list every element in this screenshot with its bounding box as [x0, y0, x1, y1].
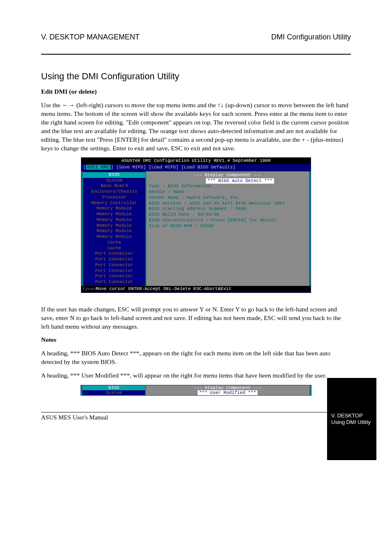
list-item: Memory Module [83, 212, 145, 217]
info-line: Handle : 0000 [149, 189, 307, 195]
mid-paragraph: If the user has made changes, ESC will p… [41, 305, 351, 331]
dmi-screenshot: ASUSTeK DMI Configuration Utility REV1.4… [81, 157, 311, 292]
list-item: Port Connector [83, 279, 145, 285]
bios-auto-detect-label: *** BIOS Auto Detect *** [206, 178, 274, 184]
strip-right-title: --- Display Component --- [148, 385, 308, 390]
notes-text-2: A heading, *** User Modified ***, will a… [41, 371, 351, 380]
list-item: System [83, 178, 145, 184]
header-left: V. DESKTOP MANAGEMENT [41, 33, 140, 41]
list-item: Cache [83, 240, 145, 246]
strip-left-dim: System [83, 390, 145, 395]
dos-left-list: BIOS System Base Board Enclosure/Chassis… [81, 171, 146, 286]
list-item: Memory Module [83, 217, 145, 223]
dos-footer: ↑↓←→-Move cursor ENTER-Accept DEL-Delete… [81, 286, 311, 292]
info-line: Type : BIOS Information [149, 184, 307, 189]
footer-rule [41, 412, 351, 412]
header-rule [41, 54, 351, 55]
sidetab-line2: Using DMI Utility [331, 419, 371, 426]
list-item: Base Board [83, 183, 145, 189]
list-item: Processor [83, 195, 145, 200]
side-tab: V. DESKTOP Using DMI Utility [327, 378, 376, 446]
info-line: BIOS Characteristics : Press [ENTER] for… [149, 218, 307, 223]
info-line: BIOS starting Address Segment : F000 [149, 206, 307, 212]
strip-left-sel: BIOS [83, 385, 145, 390]
list-item: Memory Module [83, 228, 145, 234]
list-item: BIOS [83, 172, 145, 178]
dos-right-panel: --- Display Component --- *** BIOS Auto … [146, 171, 311, 286]
footer-left: ASUS MES User's Manual [41, 414, 108, 421]
info-line: Size of BIOS ROM : 0256K [149, 223, 307, 229]
list-item: Memory Controller [83, 200, 145, 206]
menu-edit-dmi: Edit DMI [86, 165, 111, 170]
section-title: Using the DMI Configuration Utility [41, 71, 351, 82]
header-right: DMI Configuration Utility [271, 33, 351, 41]
intro-heading: Edit DMI (or delete) [41, 88, 97, 95]
list-item: Port Connector [83, 251, 145, 257]
display-component-title: --- Display Component --- [149, 173, 307, 178]
dos-title: ASUSTeK DMI Configuration Utility REV1.4… [81, 158, 311, 164]
list-item: Port Connector [83, 268, 145, 274]
list-item: Enclosure/Chassis [83, 189, 145, 195]
sidetab-line1: V. DESKTOP [331, 412, 363, 419]
list-item: Port Connector [83, 257, 145, 263]
list-item: Memory Module [83, 206, 145, 212]
list-item: Port Connector [83, 274, 145, 279]
user-modified-strip: BIOS System --- Display Component --- **… [81, 385, 311, 396]
info-line: Vendor Name : Award Software, Inc. [149, 195, 307, 201]
info-line: BIOS Build Date : 09/25/98 [149, 212, 307, 218]
notes-heading: Notes [41, 336, 56, 343]
intro-text: Use the ←→ (left-right) cursors to move … [41, 101, 351, 153]
list-item: Memory Module [83, 234, 145, 240]
list-item: Cache [83, 246, 145, 251]
user-modified-label: *** User Modified *** [198, 390, 258, 395]
notes-text-1: A heading, *** BIOS Auto Detect ***, app… [41, 349, 351, 366]
info-line: BIOS Version : ASUS XXX-XX ACPI BIOS Rev… [149, 201, 307, 207]
dos-menubar: [Edit DMI] [Save MIFD] [Load MIFD] [Load… [81, 164, 311, 171]
list-item: Memory Module [83, 223, 145, 229]
list-item: Port Connector [83, 263, 145, 268]
